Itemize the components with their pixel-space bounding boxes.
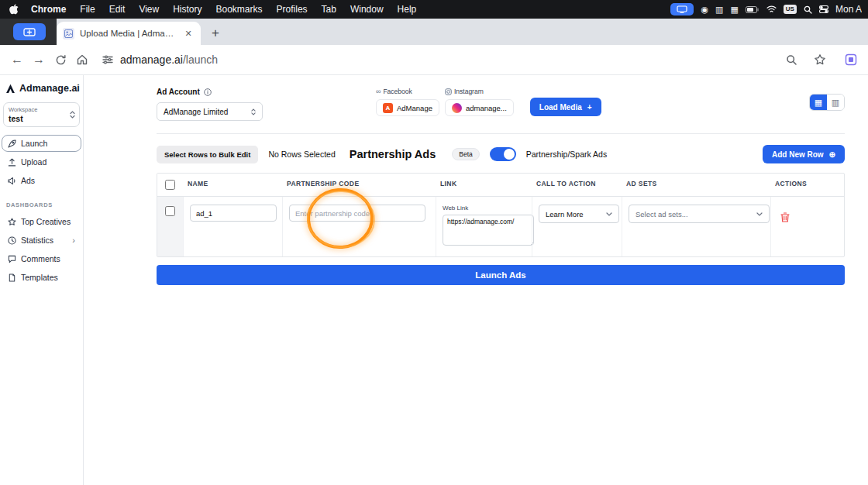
trash-icon	[780, 212, 790, 222]
rocket-icon	[8, 139, 16, 148]
load-media-button[interactable]: Load Media +	[530, 98, 601, 116]
address-bar[interactable]: admanage.ai/launch	[96, 49, 837, 71]
sidebar-item-ads[interactable]: Ads	[2, 172, 81, 189]
row-checkbox[interactable]	[165, 206, 175, 216]
workspace-selector[interactable]: Workspace test	[3, 102, 80, 127]
ad-account-block: Ad Account AdManage Limited	[157, 88, 263, 121]
ad-sets-select[interactable]: Select ad sets...	[629, 205, 770, 223]
menubar-item-tab[interactable]: Tab	[315, 0, 343, 19]
bookmark-star-icon[interactable]	[809, 49, 831, 71]
window-tiles-icon[interactable]: ▥	[715, 5, 723, 14]
sidebar-item-templates[interactable]: Templates	[2, 269, 81, 286]
sidebar-item-comments[interactable]: Comments	[2, 250, 81, 267]
circle-plus-icon: ⊕	[829, 150, 835, 159]
spark-ads-toggle[interactable]	[490, 147, 516, 161]
grid-view-icon[interactable]: ▥	[827, 95, 844, 110]
back-icon[interactable]: ←	[6, 49, 28, 71]
chevron-down-icon	[606, 212, 612, 216]
sidebar-item-label: Launch	[21, 139, 47, 148]
new-tab-button[interactable]: +	[205, 23, 226, 43]
spotlight-search-icon[interactable]	[804, 5, 812, 14]
menubar-item-window[interactable]: Window	[343, 0, 391, 19]
tab-groups-icon[interactable]	[840, 49, 862, 71]
info-icon[interactable]	[204, 88, 212, 96]
menubar-item-profiles[interactable]: Profiles	[270, 0, 315, 19]
partnership-code-input[interactable]	[289, 205, 425, 222]
menubar-item-file[interactable]: File	[73, 0, 102, 19]
input-source-badge[interactable]: US	[784, 5, 797, 14]
menubar-item-help[interactable]: Help	[391, 0, 424, 19]
sidebar-item-label: Upload	[21, 157, 46, 167]
select-all-checkbox[interactable]	[165, 180, 175, 190]
battery-icon[interactable]	[746, 6, 760, 13]
web-link-label: Web Link	[443, 205, 525, 212]
social-accounts: ∞ Facebook A AdManage Instagram	[376, 88, 601, 116]
brand[interactable]: Admanage.ai	[0, 83, 83, 94]
ad-account-label: Ad Account	[157, 88, 200, 96]
add-row-label: Add New Row	[772, 150, 824, 159]
column-header-partnership-code: PARTNERSHIP CODE	[282, 174, 436, 196]
record-stop-icon[interactable]: ◉	[701, 5, 708, 14]
add-new-row-button[interactable]: Add New Row ⊕	[763, 145, 845, 163]
name-input[interactable]	[190, 205, 277, 222]
menubar-item-edit[interactable]: Edit	[102, 0, 133, 19]
view-mode-toggle: ▦ ▥	[809, 94, 845, 111]
ad-sets-placeholder: Select ad sets...	[636, 210, 688, 218]
chevron-down-icon	[756, 212, 763, 216]
table-header-row: NAME PARTNERSHIP CODE LINK CALL TO ACTIO…	[157, 174, 844, 197]
delete-row-button[interactable]	[777, 209, 793, 225]
menubar-item-chrome[interactable]: Chrome	[24, 0, 73, 19]
toggle-knob	[504, 149, 515, 160]
sidebar-item-top-creatives[interactable]: Top Creatives	[2, 213, 81, 230]
column-header-call-to-action: CALL TO ACTION	[532, 174, 622, 196]
instagram-account-name: admanage...	[466, 104, 507, 112]
app-page: Admanage.ai Workspace test Launch Upload	[0, 75, 868, 485]
menubar-item-bookmarks[interactable]: Bookmarks	[209, 0, 270, 19]
sidebar-item-label: Top Creatives	[21, 217, 71, 226]
sidebar: Admanage.ai Workspace test Launch Upload	[0, 75, 84, 485]
app-grid-icon[interactable]: ▦	[730, 5, 738, 14]
menubar-item-history[interactable]: History	[166, 0, 208, 19]
table-view-icon[interactable]: ▦	[810, 95, 827, 110]
sidebar-item-label: Templates	[21, 273, 58, 282]
bulk-edit-button[interactable]: Select Rows to Bulk Edit	[157, 146, 258, 163]
menubar-clock[interactable]: Mon A	[835, 4, 862, 15]
ad-account-selected-value: AdManage Limited	[164, 108, 228, 116]
sidebar-section-title: DASHBOARDS	[0, 191, 83, 212]
tab-strip-left-region	[0, 19, 57, 45]
screen-share-indicator-icon[interactable]	[670, 3, 694, 15]
facebook-page-chip[interactable]: A AdManage	[376, 99, 439, 116]
site-settings-icon[interactable]	[102, 54, 113, 65]
browser-tab[interactable]: Upload Media | Admanage.ai ✕	[57, 22, 201, 45]
instagram-account-chip[interactable]: admanage...	[445, 99, 514, 116]
instagram-column: Instagram admanage...	[445, 88, 514, 116]
workspace-value: test	[9, 114, 74, 123]
apple-menu-icon[interactable]	[6, 4, 24, 15]
sidebar-item-statistics[interactable]: Statistics ›	[2, 232, 81, 249]
toggle-label: Partnership/Spark Ads	[526, 150, 607, 159]
reload-icon[interactable]	[50, 49, 71, 71]
sidebar-item-upload[interactable]: Upload	[2, 153, 81, 170]
menubar-item-view[interactable]: View	[132, 0, 166, 19]
web-link-textarea[interactable]: https://admanage.com/	[443, 215, 534, 246]
zoom-search-icon[interactable]	[780, 49, 802, 71]
tab-close-icon[interactable]: ✕	[182, 27, 195, 40]
forward-icon[interactable]: →	[28, 49, 50, 71]
home-icon[interactable]	[71, 49, 93, 71]
sidebar-item-label: Statistics	[21, 236, 53, 245]
instagram-label: Instagram	[454, 88, 484, 95]
sidebar-item-launch[interactable]: Launch	[2, 135, 81, 152]
launch-ads-button[interactable]: Launch Ads	[157, 265, 845, 285]
facebook-page-name: AdManage	[397, 104, 432, 112]
ad-account-select[interactable]: AdManage Limited	[157, 102, 263, 121]
url-path: /launch	[183, 53, 218, 66]
wifi-icon[interactable]	[766, 5, 777, 13]
workspace-label: Workspace	[9, 106, 74, 113]
call-to-action-select[interactable]: Learn More	[539, 205, 619, 223]
url-host: admanage.ai	[120, 53, 183, 66]
tab-sharing-indicator-icon[interactable]	[13, 23, 46, 40]
control-center-icon[interactable]	[819, 5, 828, 13]
star-icon	[8, 218, 16, 226]
chat-bubble-icon	[8, 255, 16, 263]
clock-icon	[8, 236, 16, 245]
